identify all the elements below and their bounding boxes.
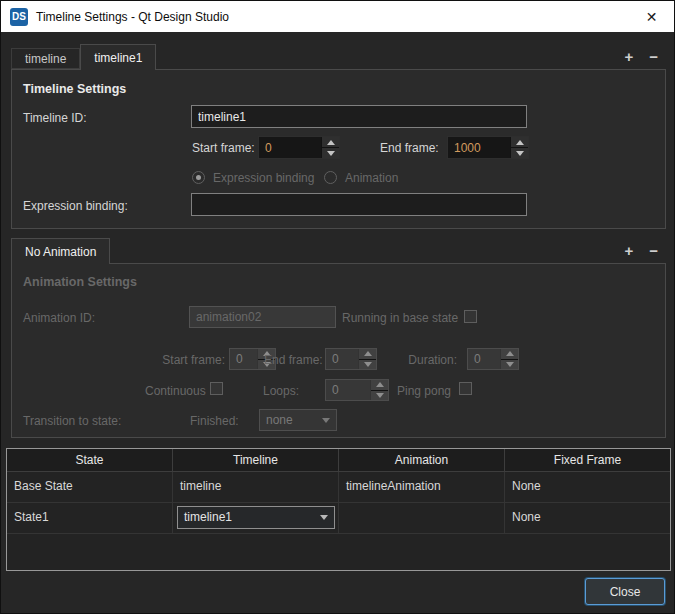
close-button[interactable]: Close [585, 578, 665, 605]
add-timeline-button[interactable]: + [624, 49, 633, 64]
animation-id-input [189, 306, 336, 328]
animation-settings-panel: Animation Settings Animation ID: Running… [11, 263, 666, 438]
spin-down-button [501, 359, 518, 370]
table-row: State1 timeline1 None [7, 503, 670, 534]
tab-timeline1[interactable]: timeline1 [80, 44, 156, 70]
tab-label: timeline1 [94, 51, 142, 65]
spin-down-button[interactable] [322, 147, 339, 158]
spin-buttons [321, 137, 339, 158]
spin-up-icon [516, 140, 524, 145]
spin-buttons [370, 380, 388, 400]
timeline-settings-heading: Timeline Settings [23, 82, 126, 96]
start-frame-value: 0 [259, 137, 321, 158]
close-icon: ✕ [646, 9, 658, 25]
end-frame-spinbox[interactable]: 1000 [447, 136, 529, 159]
column-header-state: State [7, 449, 173, 471]
cell-state: State1 [7, 503, 173, 533]
spin-down-icon [506, 362, 514, 367]
timeline-dropdown[interactable]: timeline1 [177, 506, 335, 529]
spin-up-button [501, 349, 518, 359]
tab-label: timeline [25, 52, 66, 66]
timeline-tabbar: timeline timeline1 + − [11, 43, 664, 69]
remove-animation-button[interactable]: − [649, 243, 658, 258]
app-logo-icon: DS [10, 8, 28, 26]
continuous-label: Continuous [145, 382, 205, 400]
cell-timeline: timeline1 [173, 503, 339, 533]
duration-label: Duration: [407, 351, 457, 369]
cell-animation [339, 503, 505, 533]
cell-timeline: timeline [173, 472, 339, 502]
spin-down-icon [364, 362, 372, 367]
add-animation-button[interactable]: + [624, 243, 633, 258]
duration-spinbox: 0 [467, 348, 519, 370]
column-header-fixed-frame: Fixed Frame [505, 449, 670, 471]
animation-radio [324, 171, 337, 184]
anim-end-frame-spinbox: 0 [325, 348, 377, 370]
loops-value: 0 [326, 380, 370, 400]
anim-start-frame-value: 0 [230, 349, 257, 369]
spin-down-button [371, 390, 388, 401]
timeline-tab-actions: + − [624, 49, 664, 64]
spin-down-button[interactable] [511, 147, 528, 158]
spin-buttons [358, 349, 376, 369]
spin-up-button [359, 349, 376, 359]
animation-radio-label: Animation [345, 169, 398, 187]
tab-timeline[interactable]: timeline [11, 48, 80, 69]
loops-label: Loops: [262, 382, 299, 400]
cell-animation: timelineAnimation [339, 472, 505, 502]
spin-up-button [371, 380, 388, 390]
timeline-settings-dialog: DS Timeline Settings - Qt Design Studio … [0, 0, 675, 614]
window-close-button[interactable]: ✕ [629, 1, 674, 32]
spin-up-icon [506, 351, 514, 356]
loops-spinbox: 0 [325, 379, 389, 401]
finished-label: Finished: [190, 412, 239, 430]
duration-value: 0 [468, 349, 500, 369]
ping-pong-label: Ping pong [397, 382, 449, 400]
spin-down-icon [376, 393, 384, 398]
finished-dropdown: none [259, 409, 337, 431]
end-frame-label: End frame: [380, 139, 439, 157]
cell-fixed-frame: None [505, 503, 670, 533]
end-frame-value: 1000 [448, 137, 510, 158]
remove-timeline-button[interactable]: − [649, 49, 658, 64]
tab-no-animation[interactable]: No Animation [11, 238, 110, 264]
anim-end-frame-value: 0 [326, 349, 358, 369]
spin-up-icon [376, 382, 384, 387]
cell-state: Base State [7, 472, 173, 502]
start-frame-spinbox[interactable]: 0 [258, 136, 340, 159]
spin-up-icon [364, 351, 372, 356]
animation-settings-heading: Animation Settings [23, 275, 137, 289]
chevron-down-icon [316, 418, 336, 423]
expression-binding-input[interactable] [191, 193, 527, 216]
timeline-id-label: Timeline ID: [23, 109, 87, 127]
cell-fixed-frame: None [505, 472, 670, 502]
table-row: Base State timeline timelineAnimation No… [7, 472, 670, 503]
expression-binding-radio-label: Expression binding [213, 169, 314, 187]
running-in-base-state-label: Running in base state [342, 309, 458, 327]
anim-end-frame-label: End frame: [264, 351, 322, 369]
animation-id-label: Animation ID: [23, 309, 95, 327]
finished-dropdown-value: none [260, 413, 316, 427]
window-title: Timeline Settings - Qt Design Studio [36, 10, 229, 24]
spin-down-icon [516, 151, 524, 156]
spin-up-button[interactable] [511, 137, 528, 147]
column-header-timeline: Timeline [173, 449, 339, 471]
titlebar: DS Timeline Settings - Qt Design Studio … [1, 1, 674, 32]
expression-binding-label: Expression binding: [23, 197, 128, 215]
tab-label: No Animation [25, 245, 96, 259]
running-in-base-state-checkbox [464, 310, 477, 323]
anim-start-frame-label: Start frame: [154, 351, 225, 369]
chevron-down-icon [314, 515, 334, 520]
animation-tab-actions: + − [624, 243, 664, 258]
continuous-checkbox [210, 382, 223, 395]
spin-up-button[interactable] [322, 137, 339, 147]
ping-pong-checkbox [459, 382, 472, 395]
column-header-animation: Animation [339, 449, 505, 471]
table-header-row: State Timeline Animation Fixed Frame [7, 449, 670, 472]
spin-buttons [500, 349, 518, 369]
spin-down-button [359, 359, 376, 370]
state-mapping-table: State Timeline Animation Fixed Frame Bas… [6, 448, 671, 571]
close-button-label: Close [610, 585, 641, 599]
expression-binding-radio [192, 171, 205, 184]
timeline-id-input[interactable] [191, 105, 527, 128]
